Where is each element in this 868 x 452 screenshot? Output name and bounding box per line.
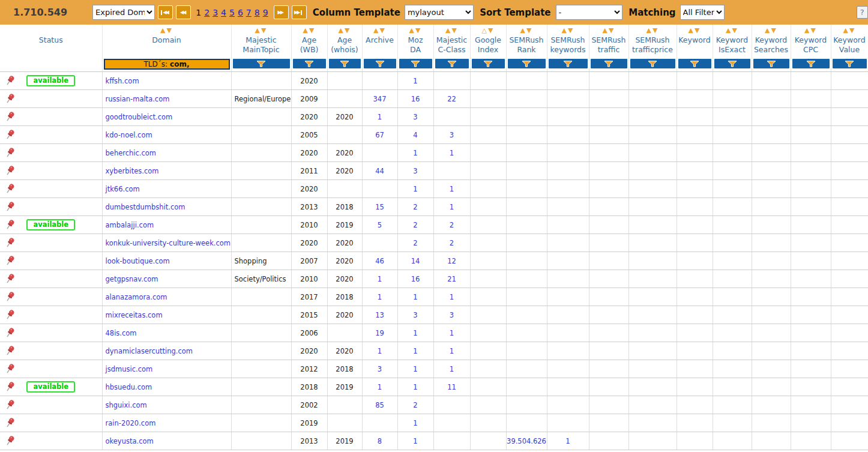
moz-da-link[interactable]: 3 — [413, 167, 417, 175]
archive-filter-button[interactable] — [364, 59, 396, 68]
pin-icon[interactable] — [4, 381, 16, 394]
majestic-cclass-link[interactable]: 2 — [450, 221, 454, 229]
first-page-button[interactable]: ◀◀ — [158, 5, 173, 19]
sort-asc-icon[interactable]: ▲ — [445, 26, 451, 34]
sort-desc-icon[interactable]: ▼ — [345, 26, 351, 34]
archive-link[interactable]: 1 — [378, 275, 382, 283]
page-link-9[interactable]: 9 — [263, 8, 268, 17]
sort-asc-icon[interactable]: ▲ — [373, 26, 379, 34]
previous-page-button[interactable]: ◀◀ — [176, 5, 191, 19]
sort-desc-icon[interactable]: ▼ — [811, 26, 817, 34]
majestic-cclass-link[interactable]: 1 — [450, 185, 454, 193]
majestic-cclass-link[interactable]: 21 — [447, 275, 456, 283]
page-link-2[interactable]: 2 — [204, 8, 209, 17]
pin-icon[interactable] — [4, 345, 16, 358]
pin-icon[interactable] — [4, 237, 16, 250]
domain-link[interactable]: rain-2020.com — [106, 419, 156, 427]
matching-select[interactable]: All Filter — [680, 5, 725, 20]
sort-arrows-semrush-traffic[interactable]: ▲▼ — [589, 26, 628, 35]
sort-asc-icon[interactable]: ▲ — [562, 26, 568, 34]
moz-da-link[interactable]: 4 — [413, 131, 417, 139]
domain-link[interactable]: ambalajji.com — [106, 221, 154, 229]
pin-icon[interactable] — [4, 93, 16, 106]
pin-icon[interactable] — [4, 273, 16, 286]
archive-link[interactable]: 1 — [378, 383, 382, 391]
archive-link[interactable]: 5 — [378, 221, 382, 229]
domain-link[interactable]: kdo-noel.com — [106, 131, 152, 139]
majestic-cclass-link[interactable]: 1 — [450, 203, 454, 211]
domain-link[interactable]: jsdmusic.com — [106, 365, 153, 373]
sort-desc-icon[interactable]: ▼ — [261, 26, 267, 34]
pin-icon[interactable] — [4, 219, 16, 232]
pin-icon[interactable] — [4, 255, 16, 268]
sort-desc-icon[interactable]: ▼ — [849, 26, 855, 34]
archive-link[interactable]: 8 — [378, 437, 382, 445]
sort-desc-icon[interactable]: ▼ — [380, 26, 386, 34]
sort-arrows-age-wb[interactable]: ▲▼ — [292, 26, 327, 35]
sort-asc-icon[interactable]: ▲ — [765, 26, 771, 34]
sort-desc-icon[interactable]: ▼ — [653, 26, 659, 34]
archive-link[interactable]: 13 — [375, 311, 384, 319]
majestic-cclass-link[interactable]: 3 — [450, 311, 454, 319]
archive-link[interactable]: 1 — [378, 347, 382, 355]
archive-link[interactable]: 67 — [375, 131, 384, 139]
pin-icon[interactable] — [4, 309, 16, 322]
page-link-4[interactable]: 4 — [221, 8, 226, 17]
sort-desc-icon[interactable]: ▼ — [309, 26, 315, 34]
semrush-rank-filter-button[interactable] — [508, 59, 546, 68]
sort-arrows-keyword-cpc[interactable]: ▲▼ — [791, 26, 831, 35]
google-index-filter-button[interactable] — [472, 59, 505, 68]
domain-link[interactable]: beherchic.com — [106, 149, 157, 157]
domain-link[interactable]: jtk66.com — [106, 185, 140, 193]
majestic-cclass-link[interactable]: 11 — [447, 383, 456, 391]
majestic-cclass-link[interactable]: 1 — [450, 365, 454, 373]
pin-icon[interactable] — [4, 75, 16, 88]
majestic-cclass-link[interactable]: 1 — [450, 293, 454, 301]
sort-asc-icon[interactable]: ▲ — [726, 26, 732, 34]
sort-desc-icon[interactable]: ▼ — [568, 26, 574, 34]
pin-icon[interactable] — [4, 129, 16, 142]
domain-link[interactable]: kffsh.com — [106, 77, 139, 85]
sort-asc-icon[interactable]: △ — [482, 26, 488, 34]
sort-template-select[interactable]: - — [556, 5, 623, 20]
sort-arrows-keyword-searches[interactable]: ▲▼ — [752, 26, 791, 35]
domain-link[interactable]: shguixi.com — [106, 401, 147, 409]
moz-da-link[interactable]: 2 — [413, 203, 417, 211]
pin-icon[interactable] — [4, 417, 16, 430]
majestic-cclass-filter-button[interactable] — [435, 59, 469, 68]
archive-link[interactable]: 1 — [378, 113, 382, 121]
semrush-rank-link[interactable]: 39.504.626 — [507, 437, 546, 445]
domain-link[interactable]: dumbestdumbshit.com — [106, 203, 185, 211]
moz-da-link[interactable]: 16 — [411, 95, 420, 103]
sort-arrows-semrush-rank[interactable]: ▲▼ — [507, 26, 547, 35]
archive-link[interactable]: 3 — [378, 365, 382, 373]
moz-da-filter-button[interactable] — [399, 59, 432, 68]
next-page-button[interactable]: ▶▶ — [274, 5, 289, 19]
domain-link[interactable]: dynamiclasercutting.com — [106, 347, 193, 355]
archive-link[interactable]: 347 — [373, 95, 387, 103]
sort-arrows-domain[interactable]: ▲▼ — [103, 26, 231, 35]
page-link-8[interactable]: 8 — [255, 8, 260, 17]
pin-icon[interactable] — [4, 183, 16, 196]
listing-select[interactable]: Expired Domains — [92, 5, 155, 20]
sort-arrows-age-whois[interactable]: ▲▼ — [328, 26, 362, 35]
sort-asc-icon[interactable]: ▲ — [603, 26, 609, 34]
sort-desc-icon[interactable]: ▼ — [609, 26, 615, 34]
sort-arrows-semrush-trafficprice[interactable]: ▲▼ — [629, 26, 677, 35]
semrush-keywords-link[interactable]: 1 — [565, 437, 570, 445]
help-button[interactable]: ? — [857, 6, 868, 19]
pin-icon[interactable] — [4, 363, 16, 376]
semrush-trafficprice-filter-button[interactable] — [630, 59, 675, 68]
pin-icon[interactable] — [4, 201, 16, 214]
semrush-traffic-filter-button[interactable] — [591, 59, 627, 68]
archive-link[interactable]: 1 — [378, 293, 382, 301]
page-link-6[interactable]: 6 — [238, 8, 243, 17]
moz-da-link[interactable]: 3 — [413, 311, 417, 319]
majestic-cclass-link[interactable]: 1 — [450, 347, 454, 355]
sort-arrows-keyword[interactable]: ▲▼ — [677, 26, 713, 35]
domain-link[interactable]: mixreceitas.com — [106, 311, 163, 319]
domain-link[interactable]: xyberbites.com — [106, 167, 159, 175]
majestic-maintopic-filter-button[interactable] — [233, 59, 290, 68]
pin-icon[interactable] — [4, 147, 16, 160]
sort-desc-icon[interactable]: ▼ — [732, 26, 738, 34]
